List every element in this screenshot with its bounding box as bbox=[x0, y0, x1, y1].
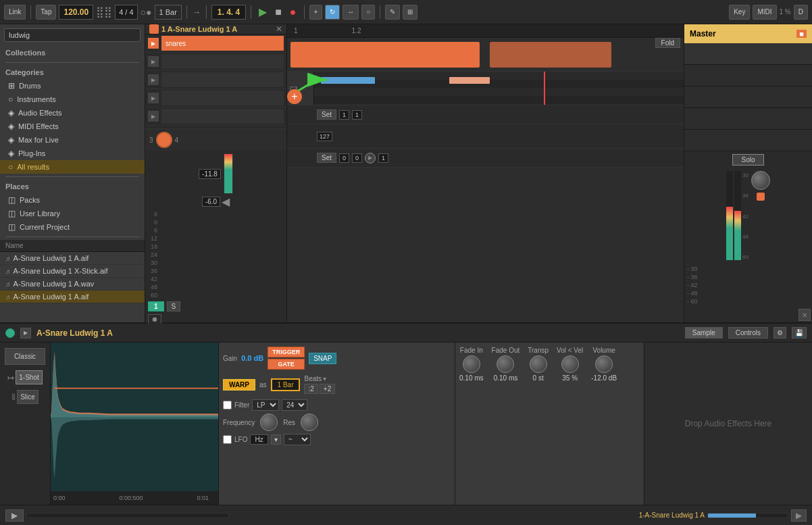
loop-indicator[interactable]: ▶ bbox=[365, 153, 376, 164]
clip-play-0[interactable]: ▶ bbox=[148, 38, 159, 49]
ruler-mark-0: 0:00 bbox=[53, 495, 66, 501]
sample-settings-btn[interactable]: ⚙ bbox=[773, 327, 786, 339]
track-meter-knob[interactable] bbox=[156, 132, 172, 148]
clip-play-1[interactable]: ▶ bbox=[148, 56, 159, 67]
sample-power-btn[interactable] bbox=[5, 328, 15, 338]
clip-block-4[interactable] bbox=[161, 109, 284, 124]
bottom-progress-bar[interactable] bbox=[26, 513, 229, 518]
mode-slice[interactable]: Slice bbox=[17, 390, 39, 404]
time-marker-minus[interactable]: :2 bbox=[304, 384, 318, 394]
loop-button[interactable]: ↻ bbox=[325, 5, 340, 20]
filter-type-select[interactable]: LP HP BP bbox=[252, 399, 279, 411]
note-1[interactable] bbox=[449, 77, 490, 84]
gate-button[interactable]: GATE bbox=[268, 359, 305, 370]
arr-clip-orange-1[interactable] bbox=[290, 42, 480, 68]
browser-drums[interactable]: ⊞ Drums bbox=[0, 79, 145, 93]
filter-checkbox[interactable] bbox=[223, 401, 232, 409]
draw-btn[interactable]: ✎ bbox=[385, 5, 400, 20]
warp-button[interactable]: WARP bbox=[223, 379, 255, 391]
bottom-track-progress[interactable] bbox=[707, 513, 788, 518]
position-display[interactable]: 1. 4. 4 bbox=[211, 5, 246, 20]
piano-grid[interactable] bbox=[314, 72, 684, 105]
snap-button[interactable]: SNAP bbox=[309, 353, 336, 364]
trigger-button[interactable]: TRIGGER bbox=[268, 347, 305, 357]
clip-block-2[interactable] bbox=[161, 72, 284, 87]
master-knob[interactable] bbox=[751, 171, 770, 190]
punch-button[interactable]: ↔ bbox=[342, 5, 359, 20]
sample-tab-controls[interactable]: Controls bbox=[728, 327, 768, 339]
browser-instruments[interactable]: ○ Instruments bbox=[0, 93, 145, 106]
clip-block-3[interactable] bbox=[161, 91, 284, 105]
bottom-right-btn[interactable]: ▶ bbox=[791, 509, 807, 522]
browser-plugins[interactable]: ◈ Plug-Ins bbox=[0, 147, 145, 160]
clip-play-4[interactable]: ▶ bbox=[148, 111, 159, 122]
browser-current-project[interactable]: ◫ Current Project bbox=[0, 220, 145, 234]
set-btn-2[interactable]: Set bbox=[317, 153, 336, 163]
clip-play-3[interactable]: ▶ bbox=[148, 93, 159, 103]
clip-block-0[interactable]: snares bbox=[161, 36, 284, 51]
add-clip-button[interactable]: + bbox=[287, 89, 302, 104]
track-num-btn[interactable]: 1 bbox=[148, 301, 164, 311]
close-track-button[interactable]: ✕ bbox=[276, 24, 282, 34]
play-button[interactable]: ▶ bbox=[256, 4, 270, 20]
transp-knob[interactable] bbox=[530, 355, 547, 373]
mode-oneshot[interactable]: 1-Shot bbox=[16, 370, 42, 384]
key-btn[interactable]: Key bbox=[729, 5, 750, 20]
file-item-3[interactable]: ♬ A-Snare Ludwig 1 A.aif bbox=[0, 291, 145, 303]
add-button[interactable]: + bbox=[309, 5, 323, 20]
level-arrow[interactable]: ◀ bbox=[222, 195, 230, 208]
lfo-down-btn[interactable]: ▾ bbox=[271, 434, 281, 445]
arr-clip-orange-2[interactable] bbox=[490, 42, 611, 68]
volume-knob[interactable] bbox=[595, 355, 613, 373]
sample-save-btn[interactable]: 💾 bbox=[792, 327, 807, 339]
tap-button[interactable]: Tap bbox=[36, 5, 56, 20]
midi-btn[interactable]: MIDI bbox=[753, 5, 776, 20]
vol-vel-knob[interactable] bbox=[561, 355, 579, 373]
browser-packs[interactable]: ◫ Packs bbox=[0, 193, 145, 207]
grid-btn[interactable]: ⊞ bbox=[403, 5, 417, 20]
file-item-2[interactable]: ♬ A-Snare Ludwig 1 A.wav bbox=[0, 278, 145, 291]
browser-midi-effects[interactable]: ◈ MIDI Effects bbox=[0, 120, 145, 133]
lfo-hz-btn[interactable]: Hz bbox=[250, 434, 268, 445]
lfo-checkbox[interactable] bbox=[223, 435, 232, 444]
solo-button[interactable]: Solo bbox=[732, 154, 763, 166]
search-input[interactable] bbox=[4, 28, 141, 42]
clip-block-1[interactable] bbox=[161, 54, 284, 69]
filter-slope-select[interactable]: 24 12 bbox=[282, 399, 307, 411]
res-knob[interactable] bbox=[301, 414, 318, 431]
file-item-0[interactable]: ♬ A-Snare Ludwig 1 A.aif bbox=[0, 252, 145, 265]
bottom-bar: ▶ 1-A-Snare Ludwig 1 A ▶ bbox=[0, 505, 812, 525]
sample-play-btn[interactable]: ▶ bbox=[20, 328, 31, 339]
tempo-display[interactable]: 120.00 bbox=[59, 5, 93, 20]
fade-in-knob[interactable] bbox=[463, 355, 480, 373]
browser-user-library[interactable]: ◫ User Library bbox=[0, 207, 145, 220]
freq-knob[interactable] bbox=[260, 414, 278, 431]
master-close-button[interactable]: ✕ bbox=[798, 309, 811, 321]
clip-play-2[interactable]: ▶ bbox=[148, 74, 159, 85]
browser-all-results[interactable]: ○ All results bbox=[0, 160, 145, 174]
time-sig-display[interactable]: 4 / 4 bbox=[115, 5, 137, 20]
bar-val-button[interactable]: 1 Bar bbox=[271, 378, 301, 391]
record-button[interactable]: ● bbox=[287, 5, 299, 20]
mode-classic[interactable]: Classic bbox=[5, 348, 45, 365]
file-item-1[interactable]: ♬ A-Snare Ludwig 1 X-Stick.aif bbox=[0, 265, 145, 278]
time-marker-plus[interactable]: +2 bbox=[320, 384, 335, 394]
bottom-play-btn[interactable]: ▶ bbox=[5, 509, 24, 522]
link-button[interactable]: Link bbox=[4, 5, 26, 20]
s-button[interactable]: S bbox=[167, 301, 181, 311]
nav-left-icon[interactable]: → bbox=[192, 7, 201, 18]
capture-button[interactable]: ○ bbox=[361, 5, 375, 20]
file-icon-1: ♬ bbox=[5, 268, 11, 275]
d-btn[interactable]: D bbox=[794, 5, 808, 20]
sample-tab-sample[interactable]: Sample bbox=[685, 327, 723, 339]
fold-button[interactable]: Fold bbox=[655, 38, 680, 48]
set-btn-1[interactable]: Set bbox=[317, 109, 336, 120]
stop-button[interactable]: ■ bbox=[272, 5, 284, 20]
browser-audio-effects[interactable]: ◈ Audio Effects bbox=[0, 106, 145, 120]
lfo-select[interactable]: ~ bbox=[284, 434, 311, 445]
quantize-display[interactable]: 1 Bar bbox=[155, 5, 182, 20]
arm-button[interactable]: ⏺ bbox=[148, 314, 161, 324]
fade-out-knob[interactable] bbox=[497, 355, 514, 373]
browser-max-for-live[interactable]: ◈ Max for Live bbox=[0, 133, 145, 147]
transp-val: 0 st bbox=[533, 374, 544, 382]
